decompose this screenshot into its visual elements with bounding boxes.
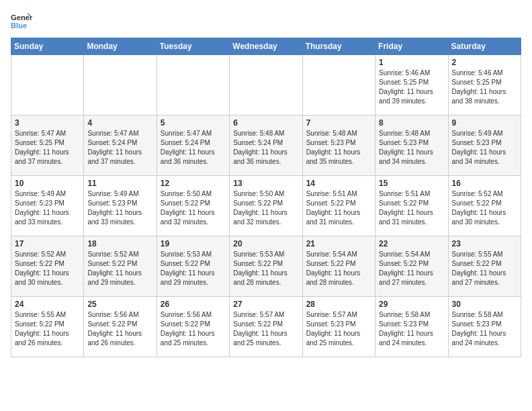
calendar-cell: 28Sunrise: 5:57 AM Sunset: 5:23 PM Dayli… (302, 297, 375, 357)
calendar-cell: 9Sunrise: 5:49 AM Sunset: 5:23 PM Daylig… (448, 116, 521, 176)
calendar-cell: 19Sunrise: 5:53 AM Sunset: 5:22 PM Dayli… (157, 236, 229, 297)
day-info: Sunrise: 5:49 AM Sunset: 5:23 PM Dayligh… (452, 129, 517, 167)
day-number: 11 (87, 179, 152, 188)
day-number: 30 (452, 300, 517, 309)
calendar-cell: 7Sunrise: 5:48 AM Sunset: 5:23 PM Daylig… (302, 116, 375, 176)
calendar-cell: 29Sunrise: 5:58 AM Sunset: 5:23 PM Dayli… (375, 297, 448, 357)
calendar-week-row: 1Sunrise: 5:46 AM Sunset: 5:25 PM Daylig… (11, 55, 521, 116)
day-info: Sunrise: 5:50 AM Sunset: 5:22 PM Dayligh… (233, 189, 298, 227)
calendar-cell (302, 55, 375, 116)
weekday-header-thursday: Thursday (302, 38, 375, 55)
day-info: Sunrise: 5:55 AM Sunset: 5:22 PM Dayligh… (452, 250, 517, 287)
calendar-cell: 21Sunrise: 5:54 AM Sunset: 5:22 PM Dayli… (302, 236, 375, 297)
day-info: Sunrise: 5:47 AM Sunset: 5:24 PM Dayligh… (87, 129, 152, 167)
calendar-cell: 20Sunrise: 5:53 AM Sunset: 5:22 PM Dayli… (230, 236, 302, 297)
calendar-cell: 5Sunrise: 5:47 AM Sunset: 5:24 PM Daylig… (157, 116, 229, 176)
day-number: 24 (15, 300, 80, 309)
day-info: Sunrise: 5:48 AM Sunset: 5:24 PM Dayligh… (233, 129, 298, 167)
day-info: Sunrise: 5:47 AM Sunset: 5:24 PM Dayligh… (161, 129, 226, 167)
day-info: Sunrise: 5:55 AM Sunset: 5:22 PM Dayligh… (15, 310, 80, 348)
day-number: 29 (379, 300, 444, 309)
day-number: 14 (306, 179, 371, 188)
calendar-cell: 23Sunrise: 5:55 AM Sunset: 5:22 PM Dayli… (448, 236, 521, 297)
day-number: 20 (233, 239, 298, 248)
day-info: Sunrise: 5:51 AM Sunset: 5:22 PM Dayligh… (379, 189, 444, 227)
calendar-week-row: 10Sunrise: 5:49 AM Sunset: 5:23 PM Dayli… (11, 176, 521, 236)
day-info: Sunrise: 5:46 AM Sunset: 5:25 PM Dayligh… (452, 68, 517, 106)
day-info: Sunrise: 5:48 AM Sunset: 5:23 PM Dayligh… (306, 129, 371, 167)
weekday-header-saturday: Saturday (448, 38, 521, 55)
day-number: 5 (161, 118, 226, 128)
calendar-cell: 4Sunrise: 5:47 AM Sunset: 5:24 PM Daylig… (84, 116, 157, 176)
day-number: 13 (233, 179, 298, 188)
calendar-cell: 30Sunrise: 5:58 AM Sunset: 5:23 PM Dayli… (448, 297, 521, 357)
calendar-cell: 13Sunrise: 5:50 AM Sunset: 5:22 PM Dayli… (230, 176, 302, 236)
logo-icon: General Blue (11, 11, 32, 32)
day-number: 27 (233, 300, 298, 309)
day-number: 19 (161, 239, 226, 248)
day-info: Sunrise: 5:58 AM Sunset: 5:23 PM Dayligh… (452, 310, 517, 348)
calendar-table: SundayMondayTuesdayWednesdayThursdayFrid… (11, 38, 521, 357)
day-info: Sunrise: 5:47 AM Sunset: 5:25 PM Dayligh… (15, 129, 80, 167)
day-number: 18 (87, 239, 152, 248)
day-info: Sunrise: 5:51 AM Sunset: 5:22 PM Dayligh… (306, 189, 371, 227)
day-number: 12 (161, 179, 226, 188)
day-number: 15 (379, 179, 444, 188)
calendar-cell (84, 55, 157, 116)
day-number: 7 (306, 118, 371, 128)
day-info: Sunrise: 5:50 AM Sunset: 5:22 PM Dayligh… (161, 189, 226, 227)
calendar-cell: 11Sunrise: 5:49 AM Sunset: 5:23 PM Dayli… (84, 176, 157, 236)
day-info: Sunrise: 5:48 AM Sunset: 5:23 PM Dayligh… (379, 129, 444, 167)
day-info: Sunrise: 5:49 AM Sunset: 5:23 PM Dayligh… (15, 189, 80, 227)
page-header: General Blue (11, 11, 521, 32)
calendar-week-row: 24Sunrise: 5:55 AM Sunset: 5:22 PM Dayli… (11, 297, 521, 357)
day-info: Sunrise: 5:52 AM Sunset: 5:22 PM Dayligh… (87, 250, 152, 287)
day-info: Sunrise: 5:52 AM Sunset: 5:22 PM Dayligh… (452, 189, 517, 227)
calendar-cell: 6Sunrise: 5:48 AM Sunset: 5:24 PM Daylig… (230, 116, 302, 176)
calendar-header-row: SundayMondayTuesdayWednesdayThursdayFrid… (11, 38, 521, 55)
day-number: 16 (452, 179, 517, 188)
calendar-week-row: 3Sunrise: 5:47 AM Sunset: 5:25 PM Daylig… (11, 116, 521, 176)
day-number: 17 (15, 239, 80, 248)
day-number: 9 (452, 118, 517, 128)
day-info: Sunrise: 5:56 AM Sunset: 5:22 PM Dayligh… (161, 310, 226, 348)
day-info: Sunrise: 5:49 AM Sunset: 5:23 PM Dayligh… (87, 189, 152, 227)
calendar-cell: 26Sunrise: 5:56 AM Sunset: 5:22 PM Dayli… (157, 297, 229, 357)
day-number: 22 (379, 239, 444, 248)
day-info: Sunrise: 5:58 AM Sunset: 5:23 PM Dayligh… (379, 310, 444, 348)
day-info: Sunrise: 5:53 AM Sunset: 5:22 PM Dayligh… (161, 250, 226, 287)
calendar-cell: 24Sunrise: 5:55 AM Sunset: 5:22 PM Dayli… (11, 297, 84, 357)
calendar-cell: 22Sunrise: 5:54 AM Sunset: 5:22 PM Dayli… (375, 236, 448, 297)
weekday-header-sunday: Sunday (11, 38, 84, 55)
svg-text:Blue: Blue (11, 21, 27, 30)
day-number: 21 (306, 239, 371, 248)
calendar-cell: 2Sunrise: 5:46 AM Sunset: 5:25 PM Daylig… (448, 55, 521, 116)
calendar-cell: 17Sunrise: 5:52 AM Sunset: 5:22 PM Dayli… (11, 236, 84, 297)
day-info: Sunrise: 5:52 AM Sunset: 5:22 PM Dayligh… (15, 250, 80, 287)
calendar-cell: 16Sunrise: 5:52 AM Sunset: 5:22 PM Dayli… (448, 176, 521, 236)
day-number: 4 (87, 118, 152, 128)
weekday-header-friday: Friday (375, 38, 448, 55)
calendar-cell: 1Sunrise: 5:46 AM Sunset: 5:25 PM Daylig… (375, 55, 448, 116)
calendar-cell: 15Sunrise: 5:51 AM Sunset: 5:22 PM Dayli… (375, 176, 448, 236)
day-info: Sunrise: 5:54 AM Sunset: 5:22 PM Dayligh… (306, 250, 371, 287)
calendar-cell (11, 55, 84, 116)
calendar-cell: 8Sunrise: 5:48 AM Sunset: 5:23 PM Daylig… (375, 116, 448, 176)
day-number: 6 (233, 118, 298, 128)
calendar-cell: 25Sunrise: 5:56 AM Sunset: 5:22 PM Dayli… (84, 297, 157, 357)
weekday-header-wednesday: Wednesday (230, 38, 302, 55)
calendar-cell: 27Sunrise: 5:57 AM Sunset: 5:22 PM Dayli… (230, 297, 302, 357)
day-info: Sunrise: 5:57 AM Sunset: 5:23 PM Dayligh… (306, 310, 371, 348)
day-info: Sunrise: 5:54 AM Sunset: 5:22 PM Dayligh… (379, 250, 444, 287)
day-number: 25 (87, 300, 152, 309)
logo: General Blue (11, 11, 35, 32)
day-number: 26 (161, 300, 226, 309)
day-number: 3 (15, 118, 80, 128)
weekday-header-monday: Monday (84, 38, 157, 55)
day-number: 8 (379, 118, 444, 128)
calendar-cell (157, 55, 229, 116)
calendar-cell (230, 55, 302, 116)
calendar-cell: 10Sunrise: 5:49 AM Sunset: 5:23 PM Dayli… (11, 176, 84, 236)
day-number: 28 (306, 300, 371, 309)
calendar-cell: 12Sunrise: 5:50 AM Sunset: 5:22 PM Dayli… (157, 176, 229, 236)
